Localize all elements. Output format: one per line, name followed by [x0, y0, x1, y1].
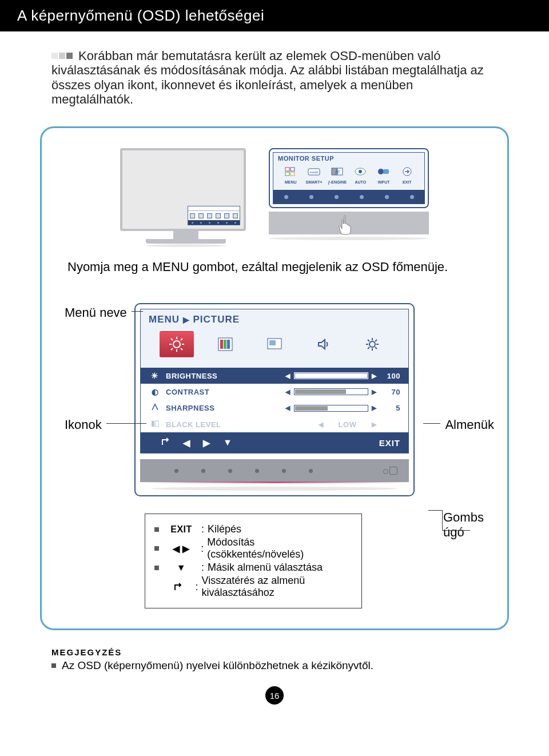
svg-text:smart: smart: [309, 170, 318, 174]
physical-button[interactable]: [201, 469, 205, 473]
speaker-icon: [316, 337, 332, 352]
osd-title: MONITOR SETUP: [278, 155, 420, 162]
brightness-icon: ☀: [149, 371, 161, 380]
svg-line-34: [368, 340, 369, 341]
display-icon: [266, 337, 283, 352]
legend-key-exit: EXIT: [165, 524, 198, 535]
chevron-left-icon: ◀: [285, 388, 291, 396]
lower-diagram: Menü neve Ikonok Almenük MENU ▶ PICTURE: [62, 303, 487, 608]
note-text: Az OSD (képernyőmenü) nyelvei különbözhe…: [62, 659, 373, 672]
svg-rect-3: [291, 172, 295, 176]
breadcrumb-section: PICTURE: [193, 314, 240, 325]
chevron-right-icon: ▶: [183, 315, 190, 324]
bullet-decor: [51, 51, 73, 61]
slider[interactable]: [294, 388, 368, 395]
left-right-arrows-icon: ◀ ▶: [165, 543, 197, 554]
legend-container: Gombs úgó EXIT : Kilépés ◀ ▶ : Módosítás…: [65, 514, 484, 608]
tab-picture[interactable]: [160, 331, 194, 357]
svg-rect-28: [269, 340, 276, 345]
intro-text: Korábban már bemutatásra került az eleme…: [51, 49, 484, 106]
svg-rect-0: [285, 168, 289, 171]
right-arrow-icon[interactable]: ▶: [203, 437, 210, 448]
osd-label: ƒ-ENGINE: [325, 180, 349, 184]
auto-icon: [352, 165, 368, 178]
exit-button[interactable]: EXIT: [379, 438, 400, 448]
mini-osd-icon: [188, 206, 240, 225]
svg-rect-38: [152, 421, 154, 427]
svg-line-19: [171, 339, 173, 340]
svg-line-22: [181, 339, 182, 340]
setting-brightness[interactable]: ☀ BRIGHTNESS ◀ ▶ 100: [141, 368, 408, 384]
svg-point-29: [369, 341, 375, 347]
fengine-icon: ƒE: [329, 165, 345, 178]
svg-line-36: [368, 347, 369, 349]
tab-color[interactable]: [208, 331, 242, 357]
physical-button[interactable]: [228, 469, 232, 473]
osd-zoom-panel: MONITOR SETUP smart ƒE: [269, 148, 429, 240]
label-button-hint: Gombs úgó: [443, 510, 489, 540]
osd-settings-list: ☀ BRIGHTNESS ◀ ▶ 100 ◐ CONTRAST ◀ ▶ 70: [141, 368, 408, 432]
brightness-icon: [168, 336, 185, 353]
down-arrow-icon[interactable]: ▼: [223, 437, 233, 448]
chevron-right-icon: ▶: [372, 421, 377, 428]
svg-point-14: [173, 341, 180, 348]
pointing-hand-icon: [336, 214, 355, 239]
legend-text: Másik almenü választása: [208, 562, 323, 574]
return-icon[interactable]: [160, 437, 170, 448]
setting-label: CONTRAST: [166, 388, 284, 396]
power-button-icon[interactable]: [389, 467, 397, 475]
setting-value: 5: [377, 404, 400, 412]
legend-text: Kilépés: [208, 523, 241, 535]
legend-box: EXIT : Kilépés ◀ ▶ : Módosítás (csökkent…: [145, 514, 362, 608]
instruction-text: Nyomja meg a MENU gombot, ezáltal megjel…: [67, 260, 482, 274]
svg-rect-39: [156, 421, 158, 427]
label-menu-name: Menü neve: [65, 305, 127, 320]
svg-text:ƒE: ƒE: [335, 169, 340, 174]
chevron-left-icon: ◀: [319, 421, 324, 428]
setting-contrast[interactable]: ◐ CONTRAST ◀ ▶ 70: [141, 384, 408, 400]
physical-button[interactable]: [282, 469, 286, 473]
color-bars-icon: [217, 337, 233, 352]
left-arrow-icon[interactable]: ◀: [183, 437, 190, 448]
physical-button[interactable]: [309, 469, 313, 473]
tab-display[interactable]: [257, 331, 292, 357]
osd-tabs: [149, 325, 400, 363]
osd-label: AUTO: [349, 180, 372, 184]
svg-rect-25: [224, 340, 226, 349]
slider[interactable]: [294, 405, 368, 412]
chevron-right-icon: ▶: [372, 388, 377, 396]
svg-rect-2: [285, 172, 289, 176]
exit-icon: [399, 165, 415, 178]
label-icons: Ikonok: [65, 417, 102, 432]
physical-button[interactable]: [174, 469, 178, 473]
physical-button[interactable]: [255, 469, 259, 473]
osd-footer: ◀ ▶ ▼ EXIT: [141, 432, 408, 453]
contrast-icon: ◐: [149, 387, 161, 396]
page-number: 16: [265, 686, 284, 705]
return-icon: [164, 582, 192, 591]
svg-rect-26: [227, 340, 230, 349]
osd-label: INPUT: [372, 180, 396, 184]
slider[interactable]: [294, 372, 368, 379]
setting-value: LOW: [325, 420, 371, 429]
upper-diagram: MONITOR SETUP smart ƒE: [62, 148, 487, 244]
svg-line-35: [375, 347, 377, 349]
svg-rect-1: [291, 168, 295, 171]
osd-breadcrumb: MENU ▶ PICTURE: [149, 314, 400, 325]
tab-others[interactable]: [355, 331, 389, 357]
diagram-container: MONITOR SETUP smart ƒE: [40, 126, 509, 630]
big-osd-panel: MENU ▶ PICTURE: [134, 303, 415, 496]
svg-rect-12: [383, 169, 389, 174]
osd-label: EXIT: [395, 180, 419, 184]
setting-label: SHARPNESS: [166, 404, 284, 412]
svg-point-10: [359, 170, 362, 173]
legend-text: Visszatérés az almenü kiválasztásához: [202, 575, 352, 599]
chevron-left-icon: ◀: [285, 372, 291, 380]
setting-value: 100: [377, 372, 400, 380]
monitor-illustration: [120, 148, 252, 244]
down-arrow-icon: ▼: [165, 563, 198, 573]
tab-audio[interactable]: [307, 331, 341, 357]
osd-label: SMART+: [303, 180, 326, 184]
setting-black-level: BLACK LEVEL ◀ LOW ▶: [141, 416, 408, 432]
setting-sharpness[interactable]: SHARPNESS ◀ ▶ 5: [141, 400, 408, 416]
